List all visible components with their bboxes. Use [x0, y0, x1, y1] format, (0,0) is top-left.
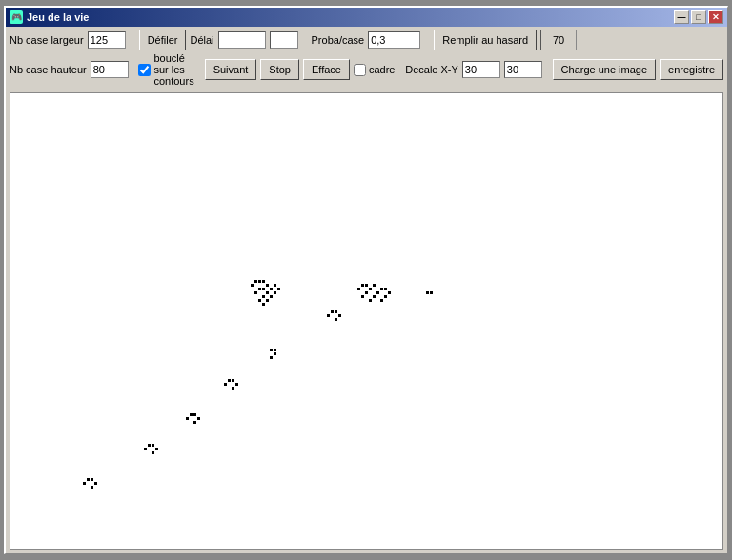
window-title: Jeu de la vie: [27, 11, 89, 23]
toolbar: Nb case largeur Défiler Délai Proba/case…: [6, 27, 727, 90]
proba-input[interactable]: [368, 31, 420, 49]
cadre-checkbox-label[interactable]: cadre: [354, 64, 396, 76]
nb-case-largeur-label: Nb case largeur: [10, 34, 84, 46]
boucle-checkbox[interactable]: [138, 64, 151, 76]
minimize-button[interactable]: —: [674, 10, 689, 24]
counter-display: 70: [540, 30, 577, 50]
maximize-button[interactable]: □: [691, 10, 706, 24]
charge-button[interactable]: Charge une image: [553, 59, 657, 80]
boucle-label: bouclé sur les contours: [153, 52, 193, 87]
cadre-label: cadre: [369, 64, 396, 75]
toolbar-row-1: Nb case largeur Défiler Délai Proba/case…: [10, 30, 723, 50]
decale-label: Decale X-Y: [405, 64, 458, 75]
delai-label: Délai: [190, 34, 214, 46]
nb-case-hauteur-label: Nb case hauteur: [10, 64, 87, 75]
nb-case-largeur-input[interactable]: [88, 31, 126, 49]
delai-input2[interactable]: [270, 31, 298, 49]
close-button[interactable]: ✕: [708, 10, 723, 24]
decale-x-input[interactable]: [462, 61, 500, 78]
cadre-checkbox[interactable]: [354, 64, 366, 76]
toolbar-row-2: Nb case hauteur bouclé sur les contours …: [10, 52, 723, 87]
main-window: 🎮 Jeu de la vie — □ ✕ Nb case largeur Dé…: [4, 6, 728, 554]
game-canvas-area[interactable]: [10, 92, 723, 550]
window-icon: 🎮: [10, 10, 23, 24]
titlebar-title: 🎮 Jeu de la vie: [10, 10, 89, 24]
decale-y-input[interactable]: [504, 61, 542, 78]
boucle-checkbox-label[interactable]: bouclé sur les contours: [138, 52, 193, 87]
defiler-button[interactable]: Défiler: [139, 30, 187, 50]
delai-input1[interactable]: [218, 31, 266, 49]
remplir-button[interactable]: Remplir au hasard: [434, 30, 537, 50]
game-canvas[interactable]: [10, 93, 723, 550]
efface-button[interactable]: Efface: [303, 59, 350, 80]
titlebar: 🎮 Jeu de la vie — □ ✕: [6, 8, 727, 27]
proba-label: Proba/case: [312, 34, 365, 46]
stop-button[interactable]: Stop: [260, 59, 299, 80]
enregistre-button[interactable]: enregistre: [660, 59, 723, 80]
nb-case-hauteur-input[interactable]: [91, 61, 129, 78]
titlebar-buttons: — □ ✕: [674, 10, 723, 24]
suivant-button[interactable]: Suivant: [205, 59, 257, 80]
